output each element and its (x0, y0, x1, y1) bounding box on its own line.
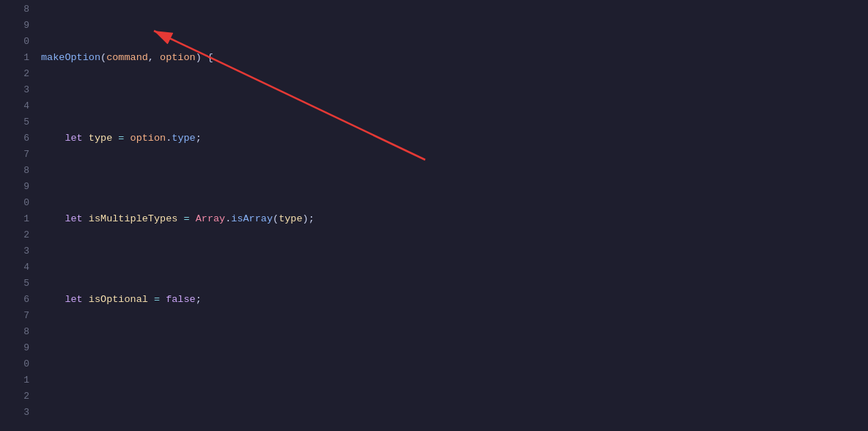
line-numbers: 8 9 0 1 2 3 4 5 6 7 8 9 0 1 2 3 4 5 6 7 … (0, 0, 35, 431)
code-editor: 8 9 0 1 2 3 4 5 6 7 8 9 0 1 2 3 4 5 6 7 … (0, 0, 868, 431)
code-line-11: let isOptional = false; (41, 292, 868, 308)
code-lines: makeOption(command, option) { let type =… (35, 0, 868, 431)
code-line-9: let type = option.type; (41, 130, 868, 147)
code-line-10: let isMultipleTypes = Array.isArray(type… (41, 211, 868, 227)
code-line-12 (41, 372, 868, 388)
code-line-8: makeOption(command, option) { (41, 50, 868, 66)
